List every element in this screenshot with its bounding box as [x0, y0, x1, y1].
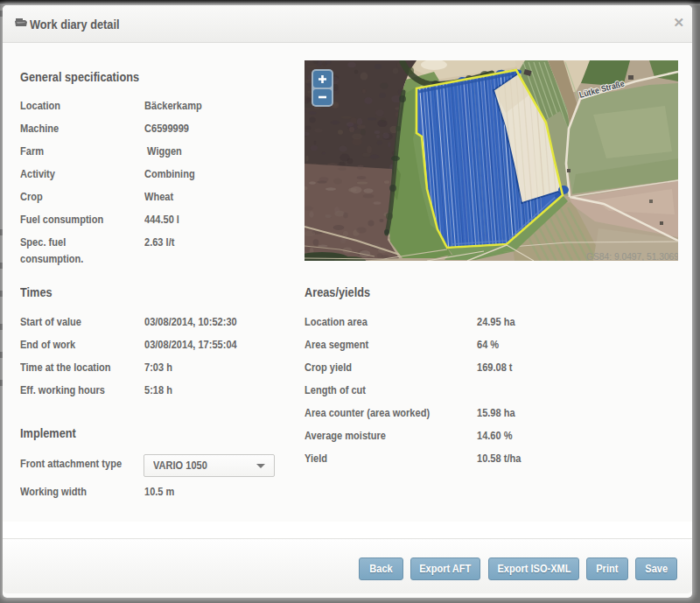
svg-text:GS84: 9.0497, 51.3069: GS84: 9.0497, 51.3069 [586, 251, 678, 261]
